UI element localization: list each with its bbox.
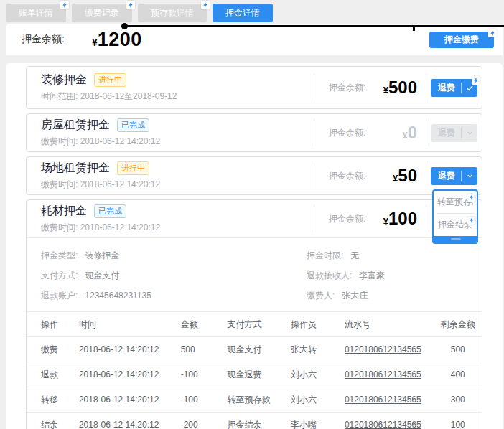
balance-value: 1200 [98,29,142,51]
detail-value: 张大庄 [342,290,368,302]
time-label: 缴费时间: [41,136,78,146]
bolt-icon [467,217,475,225]
status-badge: 进行中 [94,73,126,87]
deposit-title: 房屋租赁押金 [41,118,110,133]
time-value: 2018-06-12 14:20:12 [80,136,160,146]
table-row: 结余 2018-06-12 14:20:12 -200 押金结余 李小嘴 012… [27,412,482,429]
deposit-list-panel: 装修押金 进行中 时间范围: 2018-06-12至2018-09-12 押金余… [6,63,503,429]
balance-label: 押金余额: [22,33,65,46]
deposit-card: 装修押金 进行中 时间范围: 2018-06-12至2018-09-12 押金余… [26,66,482,109]
column-header: 操作 [27,312,76,337]
refund-button-disabled: 退费 [431,124,477,142]
status-badge: 已完成 [117,118,149,132]
table-header-row: 操作 时间 金额 支付方式 操作员 流水号 剩余金额 [27,312,482,337]
refund-dropdown-menu: 转至预存款 押金结余 [432,189,478,244]
deposit-detail-section: 押金类型:装修押金 支付方式:现金支付 退款账户:12345648231135 … [27,238,482,311]
bolt-icon [488,29,497,37]
table-row: 转移 2018-06-12 14:20:12 -100 转至预存款 刘小六 01… [27,387,482,412]
detail-value: 李富豪 [359,270,385,282]
balance-amount: ¥ 0 [402,123,417,143]
column-header: 操作员 [288,312,342,337]
table-row: 缴费 2018-06-12 14:20:12 500 现金支付 张大转 0120… [27,337,482,362]
tab-label: 预存款详情 [151,7,194,19]
detail-label: 支付方式: [41,270,78,282]
column-header: 剩余金额 [434,312,482,337]
detail-label: 退款账户: [41,290,78,302]
chevron-down-icon [462,129,477,137]
balance-amount: ¥ 500 [383,77,417,98]
refund-button[interactable]: 退费 [431,167,477,185]
bolt-icon [60,1,69,9]
detail-value: 12345648231135 [85,291,151,301]
tab-bill-details[interactable]: 账单详情 [6,4,66,22]
balance-amount: ¥ 50 [393,166,417,186]
time-label: 时间范围: [41,91,78,101]
dropdown-item-deposit-balance[interactable]: 押金结余 [434,214,477,236]
detail-label: 押金时限: [307,250,343,262]
table-row: 退款 2018-06-12 14:20:12 -100 现金退费 刘小六 012… [27,362,482,387]
bolt-icon [467,194,475,202]
column-header: 流水号 [342,312,434,337]
bolt-icon [126,1,135,9]
dropdown-scrollbar[interactable] [434,236,477,242]
chevron-down-icon[interactable] [462,172,477,180]
deposit-balance-header: 押金余额: ¥ 1200 押金缴费 [6,24,503,55]
detail-value: 装修押金 [85,250,119,262]
tab-label: 账单详情 [19,7,53,19]
balance-label: 押金余额: [329,170,365,182]
column-header: 支付方式 [225,312,289,337]
deposit-card-expanded: 耗材押金 已完成 缴费时间: 2018-06-12 14:20:12 押金余额:… [26,199,482,429]
detail-value: 无 [350,250,359,262]
deposit-title: 耗材押金 [41,204,87,219]
annotation-dot [121,23,128,29]
divider [426,205,426,232]
detail-label: 缴费人: [307,290,335,302]
column-header: 时间 [76,312,178,337]
currency-symbol: ¥ [92,37,98,48]
tab-label: 缴费记录 [85,7,119,19]
deposit-pay-button[interactable]: 押金缴费 [429,32,494,48]
detail-label: 押金类型: [41,250,78,262]
dropdown-item-transfer-prepaid[interactable]: 转至预存款 [434,191,477,213]
time-label: 缴费时间: [41,222,78,232]
tab-payment-records[interactable]: 缴费记录 [72,4,132,22]
serial-link[interactable]: 0120180612134565 [345,344,421,354]
check-icon[interactable] [462,84,477,92]
bolt-icon [201,1,210,9]
deposit-card: 场地租赁押金 进行中 缴费时间: 2018-06-12 14:20:12 押金余… [26,156,482,195]
balance-label: 押金余额: [329,82,365,94]
tab-deposit-details[interactable]: 押金详情 [213,4,273,22]
serial-link[interactable]: 0120180612134565 [345,420,421,429]
annotation-tick [413,25,415,31]
status-badge: 已完成 [94,204,126,218]
balance-amount: ¥ 100 [383,209,417,229]
deposit-title: 装修押金 [41,72,87,88]
tab-label: 押金详情 [225,7,260,19]
refund-button[interactable]: 退费 [431,79,477,97]
status-badge: 进行中 [117,161,149,175]
time-value: 2018-06-12 14:20:12 [80,179,160,189]
balance-amount: ¥ 1200 [92,29,142,51]
serial-link[interactable]: 0120180612134565 [345,395,421,405]
tab-bar: 账单详情 缴费记录 预存款详情 押金详情 [6,4,273,22]
deposit-title: 场地租赁押金 [41,161,110,176]
time-value: 2018-06-12 14:20:12 [80,222,160,232]
annotation-line [123,25,504,27]
detail-label: 退款接收人: [307,270,352,282]
tab-prepayment-details[interactable]: 预存款详情 [138,4,207,22]
time-value: 2018-06-12至2018-09-12 [80,91,177,101]
bolt-icon [472,76,480,85]
detail-value: 现金支付 [85,270,119,282]
deposit-card: 房屋租赁押金 已完成 缴费时间: 2018-06-12 14:20:12 押金余… [26,113,482,152]
serial-link[interactable]: 0120180612134565 [345,369,421,380]
column-header: 金额 [178,312,225,337]
balance-label: 押金余额: [329,213,365,225]
balance-label: 押金余额: [329,127,365,139]
transaction-table: 操作 时间 金额 支付方式 操作员 流水号 剩余金额 缴费 2018-06-12… [27,311,482,429]
time-label: 缴费时间: [41,179,78,189]
